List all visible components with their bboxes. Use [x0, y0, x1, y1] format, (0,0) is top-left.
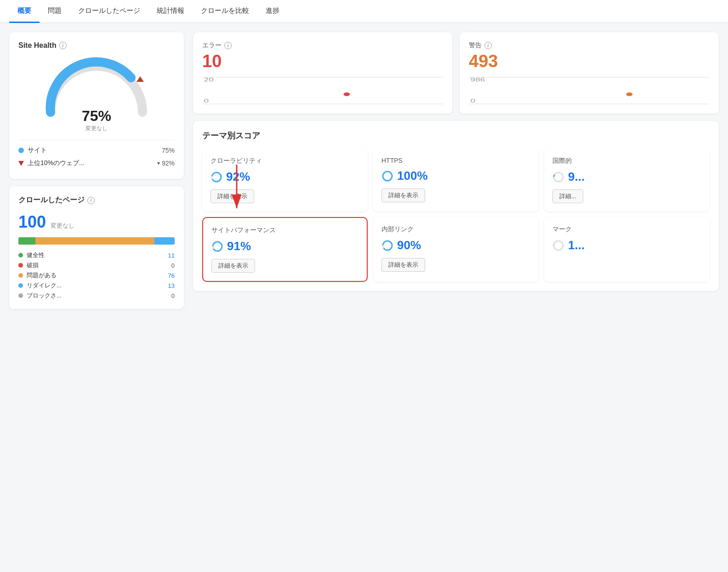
theme-card-internal-links: 内部リンク 90% 詳細を表示	[373, 217, 539, 282]
nav-tab-progress[interactable]: 進捗	[257, 0, 288, 23]
warnings-mini-chart: 986 0	[469, 77, 710, 104]
theme-card-markup: マーク 1...	[544, 217, 710, 282]
nav-tab-crawled[interactable]: クロールしたページ	[70, 0, 148, 23]
warnings-info-icon[interactable]: i	[484, 42, 492, 49]
site-performance-circle-icon	[211, 240, 223, 252]
legend-expand-icon[interactable]: ▾	[157, 160, 160, 166]
warnings-card: 警告 i 493 986 0	[460, 32, 719, 114]
right-column: エラー i 10 20 0	[193, 32, 719, 309]
errors-card: エラー i 10 20 0	[193, 32, 452, 114]
theme-card-site-performance: サイトパフォーマンス 91% 詳細を表示	[202, 217, 368, 282]
left-column: Site Health i 75% 変更なし	[9, 32, 184, 309]
international-circle-icon	[552, 171, 564, 183]
errors-mini-chart: 20 0	[202, 77, 443, 104]
theme-card-international: 国際的 9... 詳細...	[544, 149, 710, 212]
svg-point-23	[554, 241, 563, 250]
svg-text:986: 986	[470, 77, 485, 82]
site-performance-score-row: 91%	[211, 239, 358, 253]
progress-redirect	[154, 237, 175, 245]
https-title: HTTPS	[381, 157, 530, 164]
crawlability-score-row: 92%	[210, 170, 359, 184]
redirect-dot	[18, 283, 23, 288]
health-dot	[18, 253, 23, 257]
international-detail-btn[interactable]: 詳細...	[552, 189, 583, 203]
crawled-pages-info-icon[interactable]: i	[87, 197, 95, 204]
legend-top10-label: 上位10%のウェブ...	[28, 159, 85, 167]
svg-point-16	[383, 172, 392, 181]
crawled-count-row: 100 変更なし	[18, 212, 175, 232]
site-health-title: Site Health i	[18, 41, 175, 50]
nav-tab-issues[interactable]: 問題	[40, 0, 70, 23]
metrics-row: エラー i 10 20 0	[193, 32, 719, 114]
markup-title: マーク	[552, 225, 701, 234]
crawled-change-label: 変更なし	[51, 222, 74, 230]
errors-label-row: エラー i	[202, 41, 443, 50]
warnings-value: 493	[469, 51, 710, 71]
site-health-legend: サイト 75% 上位10%のウェブ... ▾ 92%	[18, 144, 175, 170]
crawled-legend-issues: 問題がある 76	[18, 271, 175, 280]
crawlability-score: 92%	[226, 170, 250, 184]
svg-point-5	[343, 92, 350, 96]
issues-dot	[18, 273, 23, 278]
international-score: 9...	[568, 170, 585, 184]
gauge-container: 75% 変更なし	[18, 57, 175, 132]
warnings-label-row: 警告 i	[469, 41, 710, 50]
errors-info-icon[interactable]: i	[224, 42, 232, 49]
theme-card-https: HTTPS 100% 詳細を表示	[373, 149, 539, 212]
markup-circle-icon	[552, 240, 564, 252]
https-detail-btn[interactable]: 詳細を表示	[381, 189, 425, 202]
legend-site-label: サイト	[28, 146, 47, 154]
crawled-progress-bar	[18, 237, 175, 245]
markup-score-row: 1...	[552, 238, 701, 252]
health-label: 健全性	[27, 251, 45, 259]
crawled-number: 100	[18, 212, 46, 232]
svg-text:0: 0	[204, 98, 209, 103]
site-performance-title: サイトパフォーマンス	[211, 226, 358, 235]
nav-tab-compare[interactable]: クロールを比較	[193, 0, 257, 23]
warnings-chart-svg: 986 0	[469, 77, 710, 104]
svg-text:20: 20	[204, 77, 214, 82]
theme-grid: クローラビリティ 92% 詳細を表示 HTTPS	[202, 149, 710, 282]
health-value: 11	[168, 252, 175, 259]
issues-value: 76	[168, 272, 175, 279]
international-score-row: 9...	[552, 170, 701, 184]
legend-site-value: 75%	[162, 147, 175, 154]
site-dot	[18, 148, 24, 153]
errors-label: エラー	[202, 41, 222, 50]
svg-point-14	[212, 172, 221, 182]
site-performance-detail-btn[interactable]: 詳細を表示	[211, 259, 255, 273]
svg-point-20	[213, 242, 222, 251]
nav-tab-overview[interactable]: 概要	[9, 0, 40, 23]
svg-marker-0	[136, 76, 144, 82]
errors-chart-svg: 20 0	[202, 77, 443, 104]
international-title: 国際的	[552, 157, 701, 165]
crawlability-title: クローラビリティ	[210, 157, 359, 165]
site-health-label: Site Health	[18, 41, 57, 50]
svg-text:0: 0	[470, 98, 475, 103]
internal-links-score-row: 90%	[381, 238, 530, 252]
theme-scores-title: テーマ別スコア	[202, 130, 710, 141]
gauge-percent: 75%	[82, 108, 111, 125]
redirect-label: リダイレク...	[27, 281, 62, 290]
issues-label: 問題がある	[27, 271, 57, 280]
crawled-legend-health: 健全性 11	[18, 251, 175, 259]
legend-top10-value: 92%	[162, 160, 175, 167]
site-health-card: Site Health i 75% 変更なし	[9, 32, 184, 179]
theme-card-crawlability: クローラビリティ 92% 詳細を表示	[202, 149, 368, 212]
nav-tab-stats[interactable]: 統計情報	[148, 0, 193, 23]
top10-triangle	[18, 161, 24, 166]
blocked-value: 0	[171, 292, 175, 299]
site-performance-score: 91%	[227, 239, 251, 253]
crawlability-circle-icon	[210, 171, 222, 183]
redirect-value: 13	[168, 282, 175, 289]
blocked-dot	[18, 293, 23, 298]
svg-point-22	[383, 241, 392, 250]
crawled-pages-label: クロールしたページ	[18, 195, 85, 205]
site-health-info-icon[interactable]: i	[59, 42, 67, 49]
gauge-subtitle: 変更なし	[82, 125, 111, 132]
internal-links-detail-btn[interactable]: 詳細を表示	[381, 258, 425, 272]
crawlability-detail-btn[interactable]: 詳細を表示	[210, 189, 254, 203]
https-score-row: 100%	[381, 169, 530, 183]
legend-item-top10: 上位10%のウェブ... ▾ 92%	[18, 157, 175, 170]
theme-scores-section: テーマ別スコア クローラビリティ	[193, 121, 719, 291]
